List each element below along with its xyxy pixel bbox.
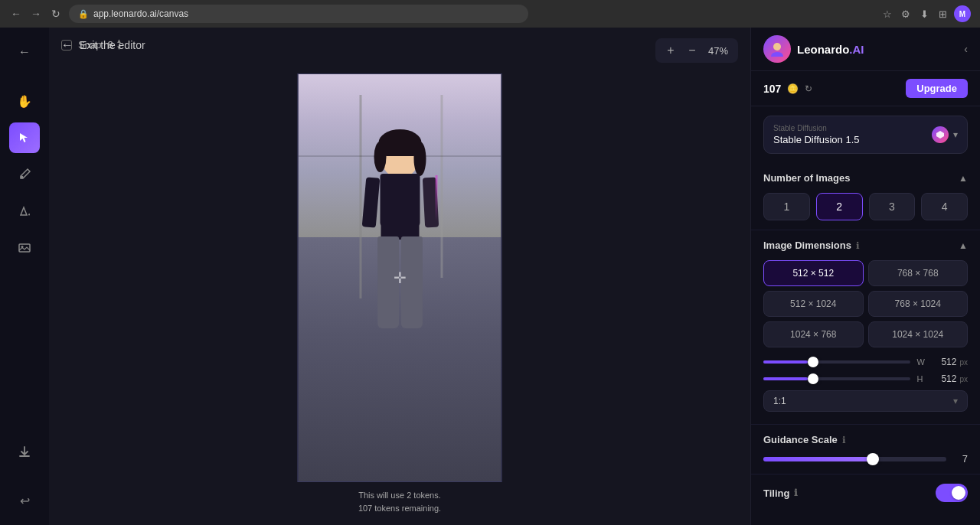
- height-slider-fill: [763, 377, 808, 380]
- app-container: ← ✋: [0, 28, 980, 525]
- token-info: This will use 2 tokens. 107 tokens remai…: [358, 489, 441, 514]
- dim-768x768-button[interactable]: 768 × 768: [868, 260, 969, 286]
- extension-icon[interactable]: ⚙: [899, 7, 913, 21]
- image-dimensions-info-icon: ℹ: [856, 240, 860, 251]
- section-header-number-of-images: Number of Images ▲: [763, 172, 968, 184]
- aspect-ratio-selector[interactable]: 1:1 ▾: [763, 390, 968, 412]
- character-hair-left: [374, 142, 386, 172]
- back-arrow-icon: ←: [18, 45, 31, 59]
- image-dimensions-section: Image Dimensions ℹ ▲ 512 × 512 768 × 768…: [751, 230, 980, 425]
- token-refresh-button[interactable]: ↻: [805, 83, 812, 94]
- tiling-toggle[interactable]: [936, 484, 968, 502]
- height-slider-track[interactable]: [763, 377, 910, 380]
- character-torso: [380, 174, 420, 227]
- model-brand-icon: [932, 126, 949, 143]
- token-coin-icon: 🪙: [787, 83, 799, 94]
- section-header-row: Image Dimensions ℹ: [763, 240, 860, 251]
- upgrade-button[interactable]: Upgrade: [906, 79, 968, 98]
- dim-512x1024-button[interactable]: 512 × 1024: [763, 291, 864, 317]
- svg-rect-1: [19, 244, 30, 252]
- width-unit: px: [959, 358, 968, 367]
- dim-1024x768-button[interactable]: 1024 × 768: [763, 321, 864, 347]
- exit-editor-button[interactable]: ←Exit the editor: [61, 38, 145, 52]
- canvas-area: Snap 8 ▲ ▼ + − 47%: [49, 28, 750, 525]
- right-panel: Leonardo.AI ‹ 107 🪙 ↻ Upgrade Stable Dif…: [750, 28, 980, 525]
- fill-icon: [18, 204, 31, 218]
- count-1-button[interactable]: 1: [763, 193, 810, 220]
- aspect-ratio-value: 1:1: [773, 396, 786, 406]
- brush-icon: [18, 168, 31, 181]
- dim-1024x1024-button[interactable]: 1024 × 1024: [868, 321, 969, 347]
- exit-editor-label: Exit the editor: [80, 39, 145, 51]
- tiling-info-icon: ℹ: [794, 488, 798, 498]
- guidance-slider-track[interactable]: [763, 457, 946, 461]
- brand-name: Leonardo.AI: [797, 43, 864, 56]
- token-count: 107: [763, 83, 781, 95]
- select-icon: [18, 131, 31, 145]
- tiling-title-row: Tiling ℹ: [763, 488, 798, 499]
- anime-scene: ✛: [299, 74, 501, 481]
- chevron-down-icon: ▾: [953, 129, 958, 140]
- model-label: Stable Diffusion: [773, 124, 860, 132]
- undo-icon: ↩: [20, 494, 30, 508]
- download-icon: [18, 445, 31, 458]
- height-value: 512: [933, 373, 956, 384]
- download-icon[interactable]: ⬇: [917, 7, 931, 21]
- back-button[interactable]: ←: [9, 7, 23, 21]
- panel-brand: Leonardo.AI: [763, 35, 864, 63]
- count-4-button[interactable]: 4: [921, 193, 968, 220]
- tiling-toggle-knob: [952, 486, 965, 500]
- svg-marker-4: [936, 131, 944, 139]
- lock-icon: 🔒: [78, 9, 89, 19]
- model-icon-svg: [936, 130, 945, 139]
- model-info: Stable Diffusion Stable Diffusion 1.5: [773, 124, 860, 145]
- undo-button[interactable]: ↩: [9, 485, 40, 516]
- left-toolbar: ← ✋: [0, 28, 49, 525]
- refresh-button[interactable]: ↻: [49, 7, 63, 21]
- tiling-label: Tiling: [763, 488, 789, 499]
- zoom-out-button[interactable]: −: [683, 41, 701, 60]
- token-info-line2: 107 tokens remaining.: [358, 502, 441, 515]
- dim-768x1024-button[interactable]: 768 × 1024: [868, 291, 969, 317]
- brand-name-text: Leonardo: [797, 43, 849, 56]
- height-label: H: [916, 374, 927, 383]
- guidance-scale-header: Guidance Scale ℹ: [763, 434, 968, 445]
- image-dimensions-collapse-button[interactable]: ▲: [959, 240, 968, 251]
- forward-button[interactable]: →: [29, 7, 43, 21]
- width-slider-track[interactable]: [763, 360, 910, 364]
- select-tool-button[interactable]: [9, 122, 40, 153]
- guidance-slider-thumb[interactable]: [867, 453, 879, 465]
- number-of-images-collapse-button[interactable]: ▲: [959, 173, 968, 184]
- width-slider-thumb[interactable]: [808, 357, 818, 367]
- hand-icon: ✋: [17, 94, 32, 109]
- svg-point-0: [21, 176, 24, 179]
- zoom-in-button[interactable]: +: [662, 41, 680, 60]
- download-tool-button[interactable]: [9, 436, 40, 467]
- height-unit: px: [959, 375, 968, 383]
- model-selector[interactable]: Stable Diffusion Stable Diffusion 1.5 ▾: [763, 116, 968, 154]
- apps-icon[interactable]: ⊞: [936, 7, 949, 21]
- browser-bar: ← → ↻ 🔒 app.leonardo.ai/canvas ☆ ⚙ ⬇ ⊞ M: [0, 0, 980, 28]
- brush-tool-button[interactable]: [9, 159, 40, 190]
- number-of-images-section: Number of Images ▲ 1 2 3 4: [751, 163, 980, 230]
- profile-icon[interactable]: M: [954, 5, 971, 22]
- character-head: [381, 135, 418, 178]
- count-3-button[interactable]: 3: [869, 193, 916, 220]
- guidance-scale-value: 7: [952, 453, 968, 465]
- url-bar[interactable]: 🔒 app.leonardo.ai/canvas: [69, 5, 528, 23]
- character-highlight: [435, 175, 437, 221]
- token-row: 107 🪙 ↻ Upgrade: [751, 71, 980, 106]
- hand-tool-button[interactable]: ✋: [9, 86, 40, 116]
- dim-512x512-button[interactable]: 512 × 512: [763, 260, 864, 286]
- bookmark-icon[interactable]: ☆: [880, 7, 894, 21]
- image-tool-button[interactable]: [9, 233, 40, 263]
- count-2-button[interactable]: 2: [816, 193, 863, 220]
- height-slider-thumb[interactable]: [808, 373, 818, 384]
- image-dimensions-title: Image Dimensions: [763, 240, 851, 251]
- fill-tool-button[interactable]: [9, 196, 40, 227]
- avatar-icon: [768, 40, 786, 58]
- character-hair-right: [413, 142, 426, 176]
- number-of-images-title: Number of Images: [763, 172, 850, 184]
- guidance-scale-title: Guidance Scale: [763, 434, 838, 445]
- panel-collapse-button[interactable]: ‹: [964, 43, 968, 55]
